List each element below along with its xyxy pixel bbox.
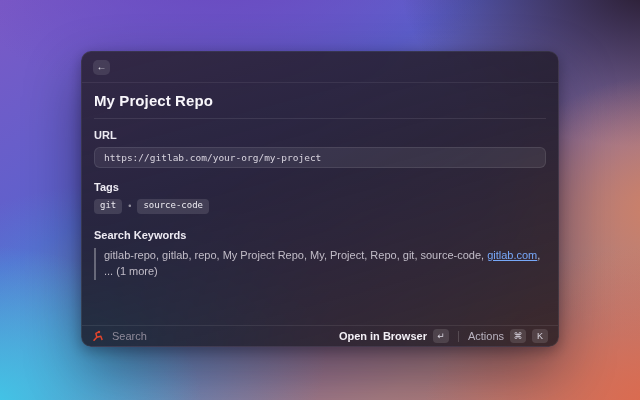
- extension-icon: [92, 330, 104, 342]
- enter-key-badge: ↵: [433, 329, 449, 343]
- url-input[interactable]: https://gitlab.com/your-org/my-project: [94, 147, 546, 168]
- detail-content: My Project Repo URL https://gitlab.com/y…: [82, 83, 558, 325]
- tags-row: git • source-code: [94, 199, 546, 214]
- window-header: ←: [82, 52, 558, 83]
- action-bar-right: Open in Browser ↵ Actions ⌘ K: [339, 329, 548, 343]
- desktop-background: ← My Project Repo URL https://gitlab.com…: [0, 0, 640, 400]
- action-bar-left: Search: [92, 330, 147, 342]
- search-keywords-value: gitlab-repo, gitlab, repo, My Project Re…: [94, 248, 546, 280]
- search-input[interactable]: Search: [112, 330, 147, 342]
- tag-pill-git: git: [94, 199, 122, 214]
- tag-separator: •: [128, 201, 131, 211]
- page-title: My Project Repo: [94, 92, 546, 109]
- k-key-badge: K: [532, 329, 548, 343]
- title-divider: [94, 118, 546, 119]
- tags-label: Tags: [94, 181, 546, 193]
- quicklink-detail-window: ← My Project Repo URL https://gitlab.com…: [81, 51, 559, 347]
- url-label: URL: [94, 129, 546, 141]
- back-arrow-icon: ←: [97, 62, 107, 72]
- cmd-key-badge: ⌘: [510, 329, 526, 343]
- tag-pill-source-code: source-code: [137, 199, 209, 214]
- footer-divider: [458, 331, 459, 342]
- url-value: https://gitlab.com/your-org/my-project: [104, 152, 321, 163]
- open-in-browser-button[interactable]: Open in Browser: [339, 330, 427, 342]
- keywords-text: gitlab-repo, gitlab, repo, My Project Re…: [104, 249, 487, 261]
- keywords-link[interactable]: gitlab.com: [487, 249, 537, 261]
- actions-button[interactable]: Actions: [468, 330, 504, 342]
- action-bar: Search Open in Browser ↵ Actions ⌘ K: [82, 325, 558, 346]
- back-button[interactable]: ←: [93, 60, 110, 75]
- search-keywords-label: Search Keywords: [94, 229, 546, 241]
